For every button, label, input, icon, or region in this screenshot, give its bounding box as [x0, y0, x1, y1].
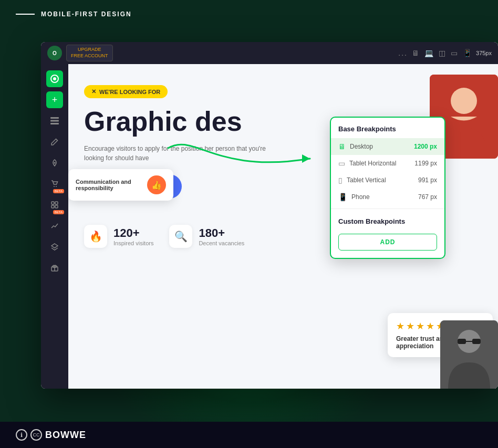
phone-bp-icon: 📱 — [338, 193, 347, 201]
browser-window: O UPGRADE FREE ACCOUNT ... 🖥 💻 ◫ ▭ 📱 375… — [41, 42, 498, 389]
stat-item-vacancies: 🔍 180+ Decent vacancies — [169, 225, 244, 248]
breakpoint-tablet-h[interactable]: ▭ Tablet Horizontal 1199 px — [331, 155, 444, 172]
svg-rect-3 — [50, 120, 59, 122]
badge-text: WE'RE LOOKING FOR — [99, 89, 160, 95]
svg-rect-21 — [472, 339, 481, 344]
stat-item-visitors: 🔥 120+ Inspired visitors — [84, 225, 153, 248]
svg-marker-23 — [302, 154, 310, 163]
svg-point-7 — [56, 186, 57, 187]
custom-breakpoints-title: Custom Breakpoints — [331, 212, 444, 231]
svg-rect-11 — [55, 205, 58, 208]
sidebar-icon-add[interactable]: + — [46, 91, 63, 108]
stat-number-vacancies: 180+ — [199, 226, 244, 240]
svg-rect-20 — [458, 339, 466, 344]
tablet-h-bp-value: 1199 px — [414, 160, 437, 167]
phone-bp-name: Phone — [351, 193, 414, 201]
breakpoint-phone[interactable]: 📱 Phone 767 px — [331, 189, 444, 205]
px-label: 375px — [476, 50, 492, 56]
bottom-logo-icons: ℹ CC BOWWE — [16, 429, 86, 441]
svg-rect-8 — [51, 202, 54, 204]
breakpoint-tablet-v[interactable]: ▯ Tablet Vertical 991 px — [331, 172, 444, 189]
sidebar-icon-gifts[interactable] — [46, 259, 63, 276]
star-1: ★ — [396, 320, 404, 332]
badge-icon: ✕ — [91, 88, 96, 95]
looking-badge: ✕ WE'RE LOOKING FOR — [84, 85, 168, 98]
desktop-bp-icon: 🖥 — [338, 142, 346, 151]
sidebar-icon-pages[interactable] — [46, 112, 63, 129]
desktop-bp-name: Desktop — [350, 143, 410, 150]
search-icon: 🔍 — [169, 225, 192, 248]
stat-label-vacancies: Decent vacancies — [199, 240, 244, 246]
svg-rect-10 — [51, 205, 54, 208]
stat-number-visitors: 120+ — [113, 226, 153, 240]
fire-icon: 🔥 — [84, 225, 107, 248]
star-2: ★ — [406, 320, 414, 332]
canvas-area: ✕ WE'RE LOOKING FOR Graphic des Encourag… — [68, 64, 498, 389]
cc-icon: CC — [30, 429, 42, 441]
tablet-icon[interactable]: ◫ — [439, 49, 445, 57]
svg-marker-12 — [51, 244, 58, 248]
desktop-bp-value: 1200 px — [414, 143, 437, 150]
phone-icon[interactable]: 📱 — [463, 49, 472, 57]
svg-rect-2 — [50, 117, 59, 119]
add-breakpoint-button[interactable]: ADD — [338, 234, 437, 251]
green-arrow — [163, 132, 331, 185]
page-title: MOBILE-FIRST DESIGN — [41, 11, 132, 18]
sidebar-icon-edit[interactable] — [46, 133, 63, 150]
breakpoint-desktop[interactable]: 🖥 Desktop 1200 px — [331, 138, 444, 155]
phone-bp-value: 767 px — [418, 193, 437, 201]
tablet-v-bp-icon: ▯ — [338, 176, 343, 184]
sidebar-icon-layers[interactable] — [46, 238, 63, 255]
browser-body: + — [41, 64, 498, 389]
comm-text: Communication and responsibility — [76, 179, 142, 191]
browser-topbar: O UPGRADE FREE ACCOUNT ... 🖥 💻 ◫ ▭ 📱 375… — [41, 42, 498, 64]
tablet-v-icon[interactable]: ▭ — [451, 49, 458, 57]
browser-logo: O — [47, 46, 62, 60]
svg-rect-4 — [50, 123, 59, 124]
sidebar-icon-cart[interactable]: BETA — [46, 175, 63, 192]
sidebar-icon-rocket[interactable] — [46, 154, 63, 171]
breakpoints-popup: Base Breakpoints 🖥 Desktop 1200 px ▭ Tab… — [330, 117, 445, 259]
upgrade-button[interactable]: UPGRADE FREE ACCOUNT — [66, 45, 113, 61]
tablet-v-bp-name: Tablet Vertical — [347, 176, 414, 184]
sidebar-icon-crm[interactable]: BETA — [46, 196, 63, 213]
tablet-v-bp-value: 991 px — [418, 176, 437, 184]
tablet-h-bp-icon: ▭ — [338, 159, 345, 168]
device-icons: 🖥 💻 ◫ ▭ 📱 — [412, 49, 472, 57]
cart-beta-badge: BETA — [53, 189, 64, 193]
bottom-bar: ℹ CC BOWWE — [0, 422, 498, 448]
sidebar: + — [41, 64, 68, 389]
crm-beta-badge: BETA — [53, 210, 64, 214]
webpage-preview: ✕ WE'RE LOOKING FOR Graphic des Encourag… — [68, 64, 498, 389]
base-breakpoints-title: Base Breakpoints — [331, 118, 444, 138]
info-icon: ℹ — [16, 429, 27, 441]
laptop-icon[interactable]: 💻 — [424, 49, 433, 57]
person2-image — [440, 320, 498, 389]
communication-card: Communication and responsibility 👍 — [68, 169, 173, 201]
star-3: ★ — [416, 320, 424, 332]
tablet-h-bp-name: Tablet Horizontal — [349, 160, 410, 167]
topbar-dots: ... — [398, 49, 408, 57]
sidebar-icon-logo[interactable] — [46, 70, 63, 87]
svg-rect-9 — [55, 202, 58, 204]
svg-point-17 — [451, 88, 477, 114]
bowwe-logo: BOWWE — [45, 430, 86, 441]
popup-divider — [331, 209, 444, 209]
sidebar-icon-analytics[interactable] — [46, 217, 63, 234]
svg-point-1 — [53, 77, 56, 80]
top-bar-line — [16, 14, 35, 15]
star-4: ★ — [426, 320, 434, 332]
svg-point-5 — [54, 162, 56, 164]
svg-point-6 — [54, 186, 55, 187]
stat-label-visitors: Inspired visitors — [113, 240, 153, 246]
desktop-icon[interactable]: 🖥 — [412, 49, 419, 57]
